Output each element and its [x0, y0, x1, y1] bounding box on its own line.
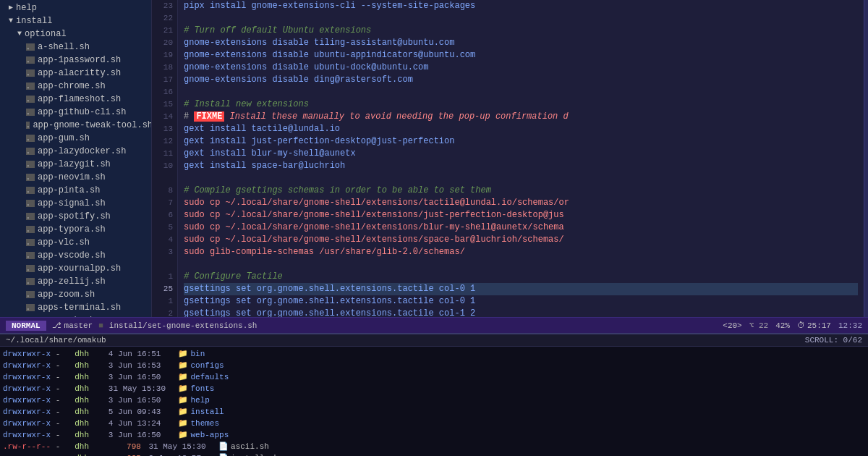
- list-item[interactable]: ▪ app-gnome-tweak-tool.sh ✱: [0, 119, 151, 132]
- folder-icon: 📁: [178, 371, 188, 383]
- list-item[interactable]: ▪ app-lazygit.sh: [0, 158, 151, 171]
- list-item[interactable]: ▪ app-gum.sh: [0, 132, 151, 145]
- list-item[interactable]: ▪ apps-terminal.sh: [0, 301, 151, 314]
- code-line: gnome-extensions disable ubuntu-appindic…: [184, 49, 858, 62]
- tree-folder-optional[interactable]: ▼ optional: [0, 28, 151, 41]
- list-item[interactable]: ▪ app-zoom.sh: [0, 288, 151, 301]
- list-item: drwxrwxr-x - dhh 3 Jun 16:50 📁 web-apps: [3, 429, 865, 441]
- branch-icon: ⎇: [52, 321, 61, 330]
- list-item[interactable]: ▪ app-pinta.sh: [0, 184, 151, 197]
- code-line: sudo glib-compile-schemas /usr/share/gli…: [184, 246, 858, 258]
- list-item[interactable]: ▪ app-neovim.sh: [0, 171, 151, 184]
- file-icon: ▪: [26, 148, 35, 155]
- code-line: gext install tactile@lundal.io: [184, 123, 858, 135]
- list-item: .rw-r--r-- - dhh 625 3 Jun 18:57 📄 insta…: [3, 452, 865, 456]
- vim-mode: NORMAL: [6, 321, 46, 331]
- code-line: gnome-extensions disable ubuntu-dock@ubu…: [184, 62, 858, 74]
- list-item[interactable]: ▪ app-spotify.sh: [0, 210, 151, 223]
- code-line: sudo cp ~/.local/share/gnome-shell/exten…: [184, 197, 858, 209]
- file-icon: ▪: [26, 239, 35, 246]
- terminal-scroll: SCROLL: 0/62: [805, 336, 862, 345]
- list-item[interactable]: ▪ app-typora.sh: [0, 223, 151, 236]
- tree-folder-help[interactable]: ▶ help: [0, 1, 151, 14]
- code-line: [184, 12, 858, 25]
- elapsed-value: 25:17: [807, 321, 831, 330]
- list-item[interactable]: ▪ app-1password.sh: [0, 54, 151, 67]
- file-icon: 📄: [218, 441, 229, 452]
- code-panel: 23 22 21 20 19 18 17 16 15 14 13 12 11 1…: [152, 0, 868, 317]
- file-icon: ▪: [26, 265, 35, 272]
- folder-icon: 📁: [178, 394, 188, 406]
- file-icon: ▪: [26, 135, 35, 142]
- file-icon: ▪: [26, 226, 35, 233]
- code-line-fixme: # FIXME Install these manually to avoid …: [184, 111, 858, 123]
- folder-icon: 📁: [178, 418, 188, 429]
- folder-icon: 📁: [178, 383, 188, 394]
- list-item[interactable]: ▪ app-vlc.sh: [0, 236, 151, 249]
- terminal-header: ~/.local/share/omakub SCROLL: 0/62: [0, 334, 868, 347]
- code-line: gext install just-perfection-desktop@jus…: [184, 135, 858, 148]
- code-line: [184, 172, 858, 185]
- list-item: drwxrwxr-x - dhh 4 Jun 16:51 📁 bin: [3, 348, 865, 360]
- list-item[interactable]: ▪ app-chrome.sh: [0, 80, 151, 93]
- list-item: .rw-r--r-- - dhh 798 31 May 15:30 📄 asci…: [3, 441, 865, 452]
- file-icon: ▪: [26, 252, 35, 259]
- code-line: pipx install gnome-extensions-cli --syst…: [184, 0, 858, 12]
- list-item[interactable]: ▪ app-github-cli.sh: [0, 106, 151, 119]
- code-line: gsettings set org.gnome.shell.extensions…: [184, 308, 858, 317]
- file-icon: ▪: [26, 304, 35, 311]
- file-icon: ▪: [26, 83, 35, 90]
- tree-folder-install-label: install: [16, 15, 52, 27]
- code-line: # Install new extensions: [184, 98, 858, 111]
- status-filepath: install/set-gnome-extensions.sh: [109, 321, 717, 330]
- tree-folder-install[interactable]: ▼ install: [0, 14, 151, 28]
- folder-icon: 📁: [178, 429, 188, 441]
- cursor-position: <20>: [723, 321, 741, 330]
- status-bar: NORMAL ⎇ master ■ install/set-gnome-exte…: [0, 317, 868, 333]
- file-icon: ▪: [26, 43, 35, 51]
- list-item[interactable]: ▪ app-zellij.sh: [0, 275, 151, 288]
- folder-icon: 📁: [178, 348, 188, 360]
- list-item[interactable]: ▪ app-flameshot.sh: [0, 93, 151, 106]
- editor-area: ▶ help ▼ install ▼ optional ▪ a-shell.sh…: [0, 0, 868, 317]
- git-branch: ⎇ master: [52, 321, 93, 330]
- file-tree: ▶ help ▼ install ▼ optional ▪ a-shell.sh…: [0, 0, 152, 317]
- file-icon: ▪: [26, 213, 35, 220]
- file-icon: ▪: [26, 278, 35, 285]
- file-icon: 📄: [218, 452, 229, 456]
- code-line: [184, 258, 858, 271]
- tree-folder-optional-label: optional: [25, 28, 67, 40]
- list-item: drwxrwxr-x - dhh 3 Jun 16:50 📁 defaults: [3, 371, 865, 383]
- code-line: [184, 86, 858, 98]
- terminal-path: ~/.local/share/omakub: [6, 336, 106, 345]
- code-line: gext install space-bar@luchrioh: [184, 160, 858, 172]
- code-line: gnome-extensions disable ding@rastersoft…: [184, 74, 858, 86]
- current-time: 12:32: [838, 321, 862, 330]
- code-line: sudo cp ~/.local/share/gnome-shell/exten…: [184, 221, 858, 234]
- list-item[interactable]: ▪ app-alacritty.sh: [0, 67, 151, 80]
- file-icon: ▪: [26, 96, 35, 103]
- file-icon: ▪: [26, 291, 35, 298]
- col-number: ⌥ 22: [749, 321, 768, 330]
- code-line: gsettings set org.gnome.shell.extensions…: [184, 295, 858, 308]
- code-line: gnome-extensions disable tiling-assistan…: [184, 37, 858, 49]
- file-icon: ▪: [26, 174, 35, 181]
- list-item[interactable]: ▪ app-xournalpp.sh: [0, 262, 151, 275]
- code-editor[interactable]: pipx install gnome-extensions-cli --syst…: [178, 0, 864, 317]
- code-line: sudo cp ~/.local/share/gnome-shell/exten…: [184, 234, 858, 246]
- tree-folder-help-label: help: [16, 2, 37, 14]
- code-line: gext install blur-my-shell@aunetx: [184, 148, 858, 160]
- list-item[interactable]: ▪ a-shell.sh: [0, 41, 151, 54]
- file-icon: ▪: [26, 69, 35, 77]
- code-line-current: gsettings set org.gnome.shell.extensions…: [184, 283, 858, 295]
- elapsed-time: ⏱ 25:17: [797, 321, 831, 330]
- list-item[interactable]: ▪ app-vscode.sh: [0, 249, 151, 262]
- file-icon: ▪: [26, 161, 35, 168]
- list-item[interactable]: ▪ app-signal.sh: [0, 197, 151, 210]
- list-item: drwxrwxr-x - dhh 3 Jun 16:53 📁 configs: [3, 360, 865, 371]
- code-content: 23 22 21 20 19 18 17 16 15 14 13 12 11 1…: [152, 0, 868, 317]
- scrollbar-gutter: [864, 0, 868, 317]
- list-item[interactable]: ▪ app-lazydocker.sh: [0, 145, 151, 158]
- list-item: drwxrwxr-x - dhh 5 Jun 09:43 📁 install: [3, 406, 865, 418]
- terminal-content[interactable]: drwxrwxr-x - dhh 4 Jun 16:51 📁 bin drwxr…: [0, 347, 868, 456]
